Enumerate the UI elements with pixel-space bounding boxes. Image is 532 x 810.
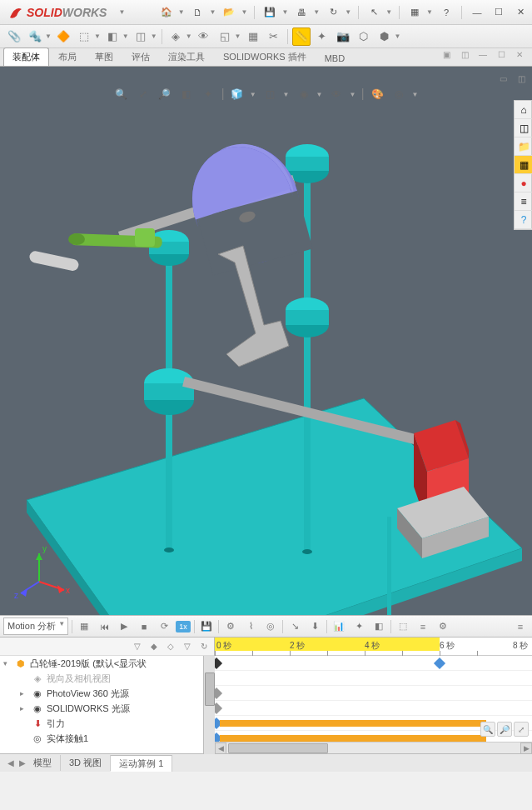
motion-tree[interactable]: ▾⬢ 凸轮锤-2019版 (默认<显示状 ◈ 视向及相机视图 ▸◉ PhotoV… (0, 656, 214, 753)
edit-appearance-icon[interactable]: 🎨 (370, 87, 385, 102)
dynamic-icon[interactable]: ✦ (201, 87, 216, 102)
print-icon[interactable]: 🖶 (293, 4, 310, 21)
tab-render[interactable]: 渲染工具 (159, 48, 214, 66)
results-icon[interactable]: 📊 (331, 618, 347, 635)
filter-driven-icon[interactable]: ◇ (164, 640, 177, 653)
key-end[interactable] (434, 658, 445, 669)
tl-row-1[interactable] (215, 671, 532, 686)
zoom-in-icon[interactable]: 🔍 (480, 722, 495, 737)
timeline-scrollbar[interactable]: ◀ ▶ (215, 742, 532, 753)
filter-results-icon[interactable]: ↻ (197, 640, 211, 653)
refresh-icon[interactable]: ↻ (325, 4, 341, 21)
side-home[interactable]: ⌂ (515, 101, 532, 119)
motion-tool-4[interactable]: ≡ (415, 618, 431, 635)
section-icon[interactable]: ◧ (179, 87, 194, 102)
tool-14[interactable]: 📷 (334, 28, 352, 46)
side-file-explorer[interactable]: 📁 (515, 138, 532, 156)
tool-11[interactable]: ✂ (265, 28, 283, 46)
stop-icon[interactable]: ■ (136, 618, 152, 635)
tab-evaluate[interactable]: 评估 (122, 48, 159, 66)
help-icon[interactable]: ? (438, 4, 455, 21)
calculate-icon[interactable]: ▦ (76, 618, 92, 635)
filter-anim-icon[interactable]: ◆ (147, 640, 161, 653)
tool-5[interactable]: ◧ (103, 28, 122, 46)
tree-scrollbar[interactable] (203, 656, 215, 753)
cursor-icon[interactable]: ↖ (365, 4, 382, 21)
hide-show-icon[interactable]: 👁 (329, 87, 344, 102)
tree-item-orientation[interactable]: ◈ 视向及相机视图 (0, 671, 214, 686)
apply-scene-icon[interactable]: ◎ (391, 87, 406, 102)
minimize-button[interactable]: — (469, 4, 485, 21)
tl-row-2[interactable] (215, 686, 532, 701)
tl-row-root[interactable] (215, 656, 532, 671)
gravity-icon[interactable]: ⬇ (306, 618, 323, 635)
save-anim-icon[interactable]: 💾 (198, 618, 215, 635)
doc-icon-2[interactable]: ◫ (457, 48, 472, 60)
contact-icon[interactable]: ◎ (262, 618, 279, 635)
home-icon[interactable]: 🏠 (158, 4, 175, 21)
tool-16[interactable]: ⬢ (375, 28, 394, 46)
tree-root[interactable]: ▾⬢ 凸轮锤-2019版 (默认<显示状 (0, 656, 214, 671)
prev-view-icon[interactable]: 🔎 (157, 87, 172, 102)
scene-icon[interactable]: ◉ (296, 87, 311, 102)
bar-gravity[interactable] (220, 720, 486, 727)
tab-scroll-right[interactable]: ▶ (15, 758, 30, 768)
tool-2[interactable]: 🔩 (26, 28, 44, 46)
play-mode-icon[interactable]: ⟳ (156, 618, 172, 635)
close-button[interactable]: ✕ (512, 4, 529, 21)
study-type-select[interactable]: Motion 分析 ▼ (3, 618, 68, 635)
options-icon[interactable]: ▦ (406, 4, 423, 21)
btab-motion-study[interactable]: 运动算例 1 (111, 755, 172, 772)
side-custom-props[interactable]: ≡ (515, 192, 532, 211)
tool-4[interactable]: ⬚ (75, 28, 93, 46)
measure-tool[interactable]: 📏 (292, 28, 311, 46)
tool-3[interactable]: 🔶 (54, 28, 72, 46)
tab-mbd[interactable]: MBD (316, 50, 354, 66)
collapse-icon[interactable]: ≡ (512, 618, 529, 635)
tool-15[interactable]: ⬡ (355, 28, 373, 46)
save-icon[interactable]: 💾 (261, 4, 278, 21)
tool-7[interactable]: ◈ (167, 28, 185, 46)
btab-3dview[interactable]: 3D 视图 (61, 755, 111, 771)
force-icon[interactable]: ↘ (286, 618, 303, 635)
side-appearances[interactable]: ● (515, 174, 532, 192)
view-orient-icon[interactable]: 🧊 (230, 87, 245, 102)
play-icon[interactable]: ▶ (116, 618, 132, 635)
tool-13[interactable]: ✦ (313, 28, 331, 46)
btab-model[interactable]: 模型 (25, 755, 61, 771)
time-ruler[interactable]: 0 秒 2 秒 4 秒 6 秒 8 秒 (215, 638, 532, 656)
motion-tool-2[interactable]: ◧ (370, 618, 387, 635)
playback-speed[interactable]: 1x (176, 621, 191, 632)
tab-sketch[interactable]: 草图 (86, 48, 122, 66)
tree-item-photoview[interactable]: ▸◉ PhotoView 360 光源 (0, 686, 214, 701)
tree-item-contact[interactable]: ◎ 实体接触1 (0, 731, 214, 746)
key-gray-1[interactable] (215, 688, 222, 699)
side-view-palette[interactable]: ▦ (515, 156, 532, 174)
motion-settings-icon[interactable]: ⚙ (435, 618, 451, 635)
tab-addins[interactable]: SOLIDWORKS 插件 (214, 48, 316, 66)
zoom-out-icon[interactable]: 🔎 (497, 722, 512, 737)
tab-assembly[interactable]: 装配体 (3, 48, 49, 66)
bar-contact[interactable] (220, 735, 486, 742)
side-forum[interactable]: ? (515, 211, 532, 229)
motor-icon[interactable]: ⚙ (222, 618, 239, 635)
open-icon[interactable]: 📂 (221, 4, 237, 21)
corner-1[interactable]: ▭ (495, 72, 510, 85)
tool-10[interactable]: ▦ (244, 28, 262, 46)
side-design-lib[interactable]: ◫ (515, 119, 532, 138)
zoom-area-icon[interactable]: ⤢ (136, 87, 151, 102)
doc-close[interactable]: ✕ (512, 48, 527, 60)
tab-layout[interactable]: 布局 (49, 48, 86, 66)
tool-8[interactable]: 👁 (195, 28, 213, 46)
spring-icon[interactable]: ⌇ (242, 618, 259, 635)
tool-6[interactable]: ◫ (132, 28, 150, 46)
corner-2[interactable]: ◫ (514, 72, 529, 85)
new-doc-icon[interactable]: 🗋 (190, 4, 206, 21)
zoom-fit-icon[interactable]: 🔍 (114, 87, 129, 102)
doc-minimize[interactable]: — (475, 48, 490, 60)
zoom-fit-tl-icon[interactable]: ⤢ (514, 722, 529, 737)
motion-tool-3[interactable]: ⬚ (395, 618, 411, 635)
tool-9[interactable]: ◱ (216, 28, 234, 46)
display-style-icon[interactable]: ◫ (263, 87, 278, 102)
tree-item-gravity[interactable]: ⬇ 引力 (0, 716, 214, 731)
